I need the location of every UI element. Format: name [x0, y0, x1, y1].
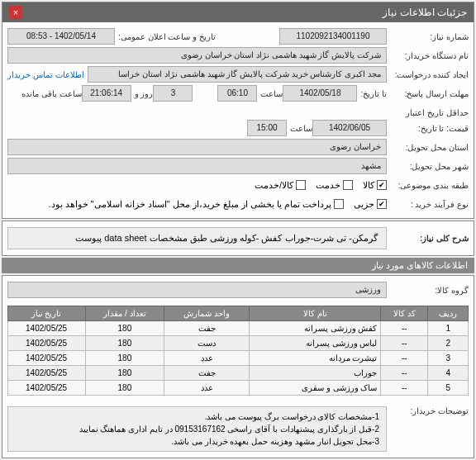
th-code: کد کالا — [381, 306, 428, 321]
valid-time-field: 15:00 — [247, 120, 287, 136]
need-no-field: 1102092134001190 — [279, 28, 387, 45]
valid-label: حداقل تاریخ اعتبار — [390, 108, 469, 117]
creator-field: مجد اکبری کارشناس خرید شرکت پالایش گاز ش… — [88, 66, 387, 83]
th-unit: واحد شمارش — [164, 306, 250, 321]
valid-label2: قیمت: تا تاریخ: — [390, 124, 469, 133]
buyer-field: شرکت پالایش گاز شهید هاشمی نژاد استان خر… — [7, 47, 387, 64]
th-name: نام کالا — [250, 306, 381, 321]
province-label: استان محل تحویل: — [390, 143, 469, 152]
buy-type-label: نوع فرآیند خرید : — [390, 200, 469, 209]
table-row: 1--کفش ورزشی پسرانهجفت1801402/05/25 — [7, 321, 469, 336]
pub-date-label: تاریخ و ساعت اعلان عمومی: — [118, 32, 216, 41]
class-both-checkbox[interactable]: کالا/خدمت — [255, 180, 306, 191]
deadline-date-field: 1402/05/18 — [283, 85, 357, 102]
buyer-notes-label: توضیحات خریدار: — [390, 406, 469, 415]
class-service-checkbox[interactable]: خدمت — [316, 180, 353, 191]
goods-table: ردیف کد کالا نام کالا واحد شمارش تعداد /… — [7, 306, 469, 396]
deadline-tadate: تا تاریخ: — [360, 89, 387, 98]
th-row: ردیف — [428, 306, 469, 321]
th-qty: تعداد / مقدار — [85, 306, 164, 321]
valid-date-field: 1402/06/05 — [312, 120, 387, 136]
th-date: تاریخ نیاز — [7, 306, 85, 321]
group-label: گروه کالا: — [390, 286, 469, 295]
province-field: خراسان رضوی — [7, 139, 387, 155]
buyer-notes-field: 1-مشخصات کالای درخواست برگ پیوست می باشد… — [7, 406, 387, 452]
need-no-label: شماره نیاز: — [390, 32, 469, 41]
city-label: شهر محل تحویل: — [390, 162, 469, 171]
group-field: ورزشی — [7, 282, 387, 298]
table-row: 4--جورابجفت1801402/05/25 — [7, 366, 469, 381]
goods-section-header: اطلاعات کالاهای مورد نیاز — [2, 258, 474, 273]
deadline-time-field: 06:10 — [217, 85, 257, 102]
buy-type-partial-checkbox[interactable]: جزیی — [354, 199, 387, 210]
buyer-label: نام دستگاه خریدار: — [390, 51, 469, 60]
close-icon[interactable]: × — [9, 6, 22, 19]
table-row: 3--تیشرت مردانهعدد1801402/05/25 — [7, 351, 469, 366]
remain-days-field: 3 — [153, 85, 193, 102]
city-field: مشهد — [7, 158, 387, 174]
desc-label: شرح کلی نیاز: — [390, 234, 469, 243]
remain-time-label: ساعت باقی مانده — [21, 89, 82, 98]
desc-field: گرمکن- تی شرت-جوراب کفش -کوله ورزشی طبق … — [7, 227, 387, 249]
creator-label: ایجاد کننده درخواست: — [390, 70, 469, 79]
time-label-1: ساعت — [260, 89, 283, 98]
class-label: طبقه بندی موضوعی: — [390, 181, 469, 190]
pub-date-field: 1402/05/14 - 08:53 — [7, 28, 115, 45]
table-row: 5--ساک ورزشی و سفریعدد1801402/05/25 — [7, 381, 469, 396]
table-row: 2--لباس ورزشی پسرانهدست1801402/05/25 — [7, 336, 469, 351]
remain-time-field: 21:06:14 — [82, 85, 131, 102]
contact-link[interactable]: اطلاعات تماس خریدار — [7, 70, 84, 79]
remain-days-label: روز و — [135, 89, 154, 98]
deadline-label: مهلت ارسال پاسخ: — [390, 89, 469, 98]
page-title: جزئیات اطلاعات نیاز — [383, 7, 467, 18]
buy-type-note-checkbox[interactable]: پرداخت تمام یا بخشی از مبلغ خرید،از محل … — [48, 199, 344, 210]
time-label-2: ساعت — [290, 124, 312, 133]
class-goods-checkbox[interactable]: کالا — [363, 180, 387, 191]
